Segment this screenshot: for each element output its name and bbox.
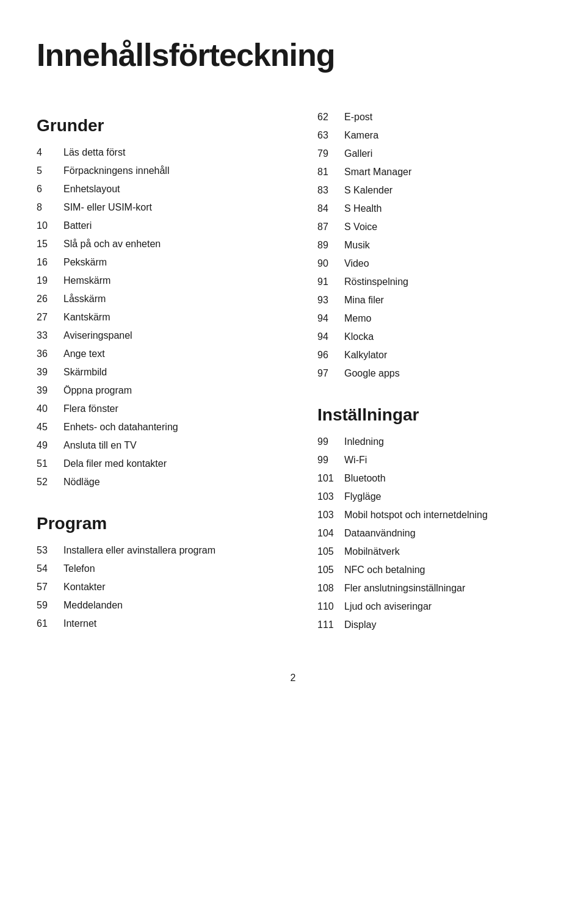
list-item: 79Galleri: [317, 146, 549, 161]
list-item: 97Google apps: [317, 366, 549, 381]
toc-text: Kontakter: [63, 580, 105, 594]
list-item: 99Inledning: [317, 435, 549, 449]
toc-text: NFC och betalning: [344, 563, 425, 577]
list-item: 104Dataanvändning: [317, 526, 549, 541]
list-item: 39Öppna program: [37, 383, 293, 398]
toc-text: Flygläge: [344, 489, 381, 504]
toc-number: 15: [37, 237, 63, 251]
toc-text: Wi-Fi: [344, 453, 367, 467]
toc-text: Kamera: [344, 128, 378, 143]
left-column: Grunder 4Läs detta först5Förpackningens …: [37, 110, 293, 636]
list-item: 105Mobilnätverk: [317, 544, 549, 559]
toc-number: 62: [317, 110, 344, 125]
toc-number: 49: [37, 438, 63, 453]
list-item: 40Flera fönster: [37, 402, 293, 416]
toc-text: Aviseringspanel: [63, 328, 132, 343]
list-item: 99Wi-Fi: [317, 453, 549, 467]
toc-text: Röstinspelning: [344, 275, 408, 289]
toc-text: Dataanvändning: [344, 526, 416, 541]
toc-text: Mina filer: [344, 293, 384, 308]
list-item: 52Nödläge: [37, 475, 293, 489]
list-item: 101Bluetooth: [317, 471, 549, 486]
toc-text: Kalkylator: [344, 348, 387, 363]
list-item: 45Enhets- och datahantering: [37, 420, 293, 435]
toc-text: Läs detta först: [63, 145, 125, 160]
toc-number: 99: [317, 435, 344, 449]
toc-number: 52: [37, 475, 63, 489]
list-item: 111Display: [317, 618, 549, 632]
list-item: 93Mina filer: [317, 293, 549, 308]
toc-text: Nödläge: [63, 475, 100, 489]
toc-text: Enhets- och datahantering: [63, 420, 178, 435]
page-title: Innehållsförteckning: [37, 37, 549, 73]
toc-text: Video: [344, 256, 369, 271]
toc-number: 59: [37, 598, 63, 613]
toc-number: 89: [317, 238, 344, 253]
toc-number: 45: [37, 420, 63, 435]
list-item: 62E-post: [317, 110, 549, 125]
list-item: 19Hemskärm: [37, 273, 293, 288]
toc-number: 105: [317, 563, 344, 577]
grunder-section-title: Grunder: [37, 116, 293, 135]
toc-number: 40: [37, 402, 63, 416]
toc-number: 79: [317, 146, 344, 161]
toc-number: 33: [37, 328, 63, 343]
toc-number: 111: [317, 618, 344, 632]
list-item: 26Låsskärm: [37, 292, 293, 306]
list-item: 15Slå på och av enheten: [37, 237, 293, 251]
installningar-list: 99Inledning99Wi-Fi101Bluetooth103Flygläg…: [317, 435, 549, 632]
toc-text: Skärmbild: [63, 365, 107, 380]
toc-text: E-post: [344, 110, 372, 125]
list-item: 51Dela filer med kontakter: [37, 457, 293, 471]
toc-number: 105: [317, 544, 344, 559]
toc-number: 110: [317, 599, 344, 614]
list-item: 57Kontakter: [37, 580, 293, 594]
toc-text: Bluetooth: [344, 471, 386, 486]
toc-number: 5: [37, 164, 63, 178]
toc-number: 83: [317, 183, 344, 198]
toc-number: 39: [37, 383, 63, 398]
toc-text: Hemskärm: [63, 273, 110, 288]
toc-text: Smart Manager: [344, 165, 411, 179]
list-item: 81Smart Manager: [317, 165, 549, 179]
toc-text: Memo: [344, 311, 371, 326]
toc-text: Kantskärm: [63, 310, 110, 325]
toc-number: 84: [317, 201, 344, 216]
toc-number: 104: [317, 526, 344, 541]
list-item: 10Batteri: [37, 218, 293, 233]
list-item: 108Fler anslutningsinställningar: [317, 581, 549, 596]
list-item: 105NFC och betalning: [317, 563, 549, 577]
toc-number: 16: [37, 255, 63, 270]
toc-text: Ljud och aviseringar: [344, 599, 432, 614]
toc-text: Fler anslutningsinställningar: [344, 581, 465, 596]
toc-text: Installera eller avinstallera program: [63, 543, 215, 558]
list-item: 83S Kalender: [317, 183, 549, 198]
toc-number: 94: [317, 330, 344, 344]
toc-number: 101: [317, 471, 344, 486]
list-item: 87S Voice: [317, 220, 549, 234]
toc-number: 19: [37, 273, 63, 288]
toc-number: 26: [37, 292, 63, 306]
toc-text: Flera fönster: [63, 402, 118, 416]
toc-text: Låsskärm: [63, 292, 106, 306]
toc-text: S Kalender: [344, 183, 392, 198]
list-item: 91Röstinspelning: [317, 275, 549, 289]
list-item: 6Enhetslayout: [37, 182, 293, 197]
right-column: 62E-post63Kamera79Galleri81Smart Manager…: [317, 110, 549, 636]
program-section-title: Program: [37, 514, 293, 533]
list-item: 96Kalkylator: [317, 348, 549, 363]
toc-text: Ansluta till en TV: [63, 438, 137, 453]
list-item: 5Förpackningens innehåll: [37, 164, 293, 178]
toc-number: 63: [317, 128, 344, 143]
toc-number: 87: [317, 220, 344, 234]
list-item: 59Meddelanden: [37, 598, 293, 613]
list-item: 33Aviseringspanel: [37, 328, 293, 343]
list-item: 84S Health: [317, 201, 549, 216]
apps-list: 62E-post63Kamera79Galleri81Smart Manager…: [317, 110, 549, 381]
toc-number: 103: [317, 489, 344, 504]
toc-text: SIM- eller USIM-kort: [63, 200, 152, 215]
list-item: 54Telefon: [37, 561, 293, 576]
toc-number: 90: [317, 256, 344, 271]
list-item: 63Kamera: [317, 128, 549, 143]
toc-text: Mobil hotspot och internetdelning: [344, 508, 488, 522]
